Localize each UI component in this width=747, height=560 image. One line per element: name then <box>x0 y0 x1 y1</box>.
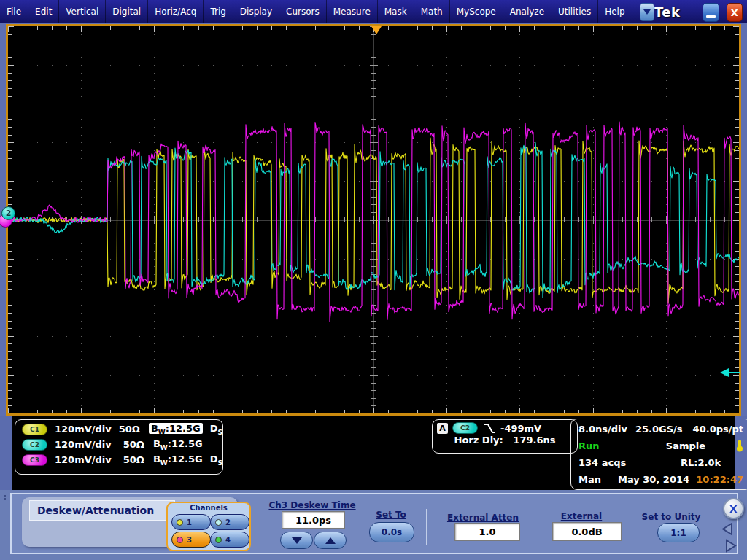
arrow-up-icon <box>325 537 336 544</box>
channels-group-label: Channels <box>168 504 249 512</box>
scope-display-area: 2 <box>0 23 747 416</box>
channel1-scale: 120mV/div <box>55 424 115 435</box>
menu-item-display[interactable]: Display <box>233 0 279 23</box>
channel1-led-icon <box>177 519 183 526</box>
set-to-label: Set To <box>368 510 414 520</box>
set-to-unity-button[interactable]: 1:1 <box>657 523 700 542</box>
nav-previous-button[interactable] <box>721 522 734 536</box>
horz-delay-label: Horz Dly: <box>454 435 503 446</box>
channel3-led-icon <box>177 537 183 543</box>
tek-logo: Tek <box>654 0 681 23</box>
channel3-readout-row: C3 120mV/div 50Ω BW:12.5G DS <box>15 452 222 467</box>
channel2-readout-row: C2 120mV/div 50Ω BW:12.5G DS <box>15 437 222 452</box>
menu-item-analyze[interactable]: Analyze <box>503 0 551 23</box>
menu-item-file[interactable]: File <box>0 0 28 23</box>
channel2-bandwidth: BW:12.5G <box>153 438 203 451</box>
panel-title: Deskew/Attenuation <box>29 500 175 521</box>
external-atten-db-input[interactable]: 0.0dB <box>552 522 622 541</box>
menu-item-trig[interactable]: Trig <box>204 0 233 23</box>
set-to-zero-button[interactable]: 0.0s <box>369 522 414 542</box>
channel1-badge[interactable]: C1 <box>22 424 47 435</box>
deskew-increment-button[interactable] <box>314 532 347 549</box>
readout-strip: C1 120mV/div 50Ω BW:12.5G DS C2 120mV/di… <box>12 416 735 490</box>
trigger-level-value: -499mV <box>500 423 541 434</box>
menu-item-help[interactable]: Help <box>598 0 632 23</box>
channel2-scale: 120mV/div <box>55 439 118 450</box>
channel2-impedance: 50Ω <box>118 439 144 450</box>
channel2-badge[interactable]: C2 <box>22 439 47 451</box>
time-display: 10:22:47 <box>696 474 743 485</box>
trigger-position-marker[interactable] <box>371 26 382 34</box>
channels-group: Channels 1 2 3 4 <box>166 502 251 551</box>
channel-readout-box: C1 120mV/div 50Ω BW:12.5G DS C2 120mV/di… <box>15 419 223 475</box>
channel3-badge[interactable]: C3 <box>22 454 47 466</box>
menu-item-measure[interactable]: Measure <box>327 0 378 23</box>
thermometer-icon <box>736 439 743 452</box>
menu-item-utilities[interactable]: Utilities <box>551 0 598 23</box>
menu-dropdown-button[interactable] <box>640 3 654 21</box>
channel3-bandwidth: BW:12.5G <box>153 454 203 467</box>
channel-button-1[interactable]: 1 <box>171 514 211 530</box>
menu-item-math[interactable]: Math <box>414 0 450 23</box>
trigger-level-arrow[interactable] <box>720 368 740 378</box>
menu-item-digital[interactable]: Digital <box>106 0 148 23</box>
menu-bar: File Edit Vertical Digital Horiz/Acq Tri… <box>0 0 747 23</box>
close-button[interactable]: X <box>727 3 743 22</box>
trigger-a-badge: A <box>437 423 448 434</box>
trigger-mode: Man <box>578 474 618 485</box>
horz-delay-value: 179.6ns <box>513 435 555 446</box>
record-length: RL:2.0k <box>673 457 743 468</box>
acquisition-count: 134 acqs <box>578 457 673 468</box>
panel-grip-icon[interactable] <box>3 494 10 503</box>
acquisition-state: Run <box>578 440 635 451</box>
menu-item-mask[interactable]: Mask <box>378 0 414 23</box>
menu-item-myscope[interactable]: MyScope <box>450 0 503 23</box>
minimize-button[interactable] <box>703 3 719 22</box>
deskew-decrement-button[interactable] <box>280 532 313 549</box>
trigger-source-badge[interactable]: C2 <box>452 422 478 434</box>
channel1-ds-flag: DS <box>210 423 222 436</box>
menu-item-vertical[interactable]: Vertical <box>59 0 106 23</box>
timebase-readout-box: 8.0ns/div 25.0GS/s 40.0ps/pt Run Sample … <box>570 419 747 490</box>
sample-rate: 25.0GS/s <box>635 424 693 435</box>
channel2-led-icon <box>215 519 222 526</box>
channel1-bandwidth: BW:12.5G <box>149 423 203 436</box>
timebase-scale: 8.0ns/div <box>578 424 635 435</box>
deskew-time-input[interactable]: 11.0ps <box>282 511 345 529</box>
panel-close-button[interactable]: X <box>723 498 744 519</box>
falling-edge-icon <box>482 422 496 434</box>
channel2-reference-marker[interactable]: 2 <box>1 206 15 220</box>
menu-item-horiz-acq[interactable]: Horiz/Acq <box>148 0 204 23</box>
acquisition-mode: Sample <box>635 440 736 451</box>
channel3-scale: 120mV/div <box>55 454 118 465</box>
channel-button-2[interactable]: 2 <box>210 514 249 530</box>
date-display: May 30, 2014 <box>618 474 696 485</box>
deskew-time-label: Ch3 Deskew Time <box>254 500 371 510</box>
arrow-down-icon <box>292 537 302 544</box>
trigger-readout-box: A C2 -499mV Horz Dly: 179.6ns <box>432 419 578 454</box>
graticule-frame: 2 <box>6 24 741 416</box>
channel-button-4[interactable]: 4 <box>210 532 249 548</box>
menu-item-cursors[interactable]: Cursors <box>279 0 327 23</box>
minimize-icon <box>706 15 716 18</box>
waveform-canvas <box>8 26 739 413</box>
chevron-down-icon <box>643 9 651 15</box>
channel3-impedance: 50Ω <box>118 454 144 465</box>
channel1-readout-row: C1 120mV/div 50Ω BW:12.5G DS <box>15 421 222 437</box>
channel3-ds-flag: DS <box>210 454 222 467</box>
channel1-impedance: 50Ω <box>115 424 140 435</box>
set-to-unity-label: Set to Unity <box>629 512 713 522</box>
channel4-led-icon <box>215 537 222 543</box>
external-atten-input[interactable]: 1.0 <box>454 523 520 541</box>
control-panel: Deskew/Attenuation Channels 1 2 3 4 Ch3 … <box>0 490 747 560</box>
channel-button-3[interactable]: 3 <box>171 532 211 548</box>
panel-divider <box>426 509 427 545</box>
menu-item-edit[interactable]: Edit <box>28 0 59 23</box>
nav-next-button[interactable] <box>724 539 738 553</box>
resolution: 40.0ps/pt <box>693 424 743 435</box>
external-atten-label: External Atten <box>441 513 525 523</box>
